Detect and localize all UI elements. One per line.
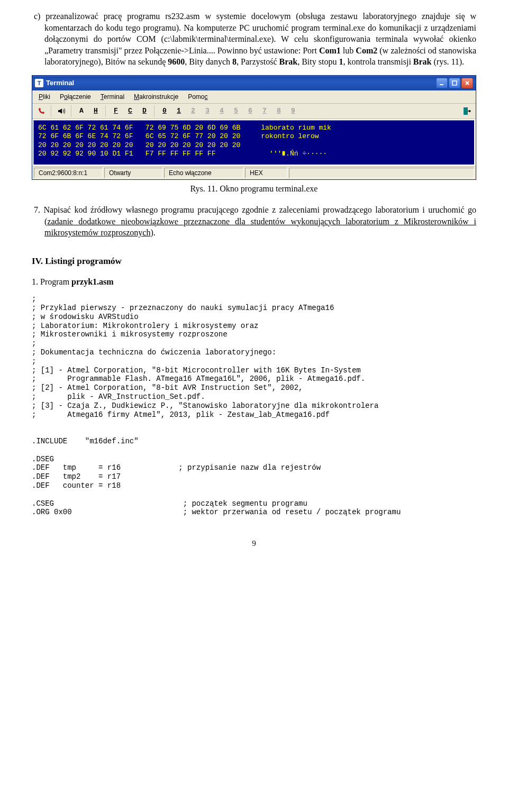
para-c-8: 8 <box>232 57 237 66</box>
para-c-mid3: , Bity danych <box>185 57 232 66</box>
toolbar-separator <box>105 105 106 117</box>
terminal-window: T Terminal Pliki Połączenie Terminal Mak… <box>32 75 476 180</box>
para-c-mid4: , Parzystość <box>237 57 279 66</box>
close-button[interactable] <box>461 78 473 88</box>
para-c-end: (rys. 11). <box>432 57 465 66</box>
status-empty <box>289 168 474 178</box>
program-1-name: przyk1.asm <box>71 277 114 286</box>
para-c-9600: 9600 <box>168 57 185 66</box>
page-number: 9 <box>32 538 476 549</box>
window-buttons <box>436 78 473 88</box>
toolbar-separator <box>51 105 52 117</box>
tool-9[interactable]: 9 <box>286 105 300 117</box>
list-marker-c: c) <box>34 12 40 21</box>
tool-h[interactable]: H <box>89 105 103 117</box>
svg-rect-0 <box>440 84 443 85</box>
para-c-mid6: , kontrola transmisji <box>343 57 413 66</box>
menu-terminal[interactable]: Terminal <box>96 92 129 102</box>
tool-5[interactable]: 5 <box>229 105 243 117</box>
toolbar-separator <box>154 105 155 117</box>
para-c-brak2: Brak <box>413 57 432 66</box>
tool-a[interactable]: A <box>75 105 88 117</box>
statusbar: Com2:9600:8:n:1 Otwarty Echo włączone HE… <box>32 166 476 179</box>
terminal-output[interactable]: 6C 61 62 6F 72 61 74 6F 72 69 75 6D 20 6… <box>33 120 475 165</box>
menu-pliki[interactable]: Pliki <box>34 92 55 102</box>
para-c-com1: Com1 <box>319 46 341 55</box>
para-c-com2: Com2 <box>356 46 377 55</box>
tool-6[interactable]: 6 <box>243 105 257 117</box>
menu-polaczenie[interactable]: Połączenie <box>56 92 95 102</box>
status-echo: Echo włączone <box>164 168 243 178</box>
code-listing: ; ; Przyklad pierwszy - przeznaczony do … <box>32 295 476 517</box>
figure-caption: Rys. 11. Okno programu terminal.exe <box>32 183 476 195</box>
para-c-mid1: lub <box>341 46 356 55</box>
program-1-label: 1. Program przyk1.asm <box>32 276 476 288</box>
status-mode: HEX <box>245 168 287 178</box>
tool-d[interactable]: D <box>138 105 151 117</box>
toolbar-separator <box>71 105 72 117</box>
paragraph-c: c) przeanalizować pracę programu rs232.a… <box>32 11 476 68</box>
para-c-mid5: , Bity stopu <box>297 57 339 66</box>
tool-c[interactable]: C <box>123 105 137 117</box>
exit-icon[interactable] <box>460 105 474 117</box>
para7-text-b: ). <box>150 228 155 237</box>
terminal-app-icon: T <box>35 79 43 87</box>
tool-1[interactable]: 1 <box>172 105 186 117</box>
maximize-button[interactable] <box>449 78 460 88</box>
status-state: Otwarty <box>104 168 162 178</box>
svg-rect-1 <box>452 81 457 85</box>
tool-f[interactable]: F <box>109 105 123 117</box>
toolbar: A H F C D 0 1 2 3 4 5 6 7 8 9 <box>32 104 476 119</box>
phone-icon[interactable] <box>34 105 48 117</box>
menu-makroinstrukcje[interactable]: Makroinstrukcje <box>130 92 183 102</box>
menu-pomoc[interactable]: Pomoc <box>184 92 212 102</box>
menubar: Pliki Połączenie Terminal Makroinstrukcj… <box>32 90 476 104</box>
para-c-brak1: Brak <box>279 57 297 66</box>
minimize-button[interactable] <box>436 78 448 88</box>
paragraph-7: 7. Napisać kod źródłowy własnego program… <box>32 204 476 239</box>
section-heading-4: IV. Listingi programów <box>32 256 476 268</box>
speaker-icon[interactable] <box>55 105 68 117</box>
titlebar: T Terminal <box>32 76 476 90</box>
tool-3[interactable]: 3 <box>201 105 214 117</box>
list-marker-7: 7. <box>34 205 40 214</box>
tool-4[interactable]: 4 <box>215 105 229 117</box>
tool-7[interactable]: 7 <box>258 105 271 117</box>
tool-2[interactable]: 2 <box>186 105 200 117</box>
window-title: Terminal <box>46 78 436 88</box>
tool-8[interactable]: 8 <box>272 105 286 117</box>
para7-underline: zadanie dodatkowe nieobowiązkowe przezna… <box>44 217 476 238</box>
program-1-prefix: 1. Program <box>32 277 71 286</box>
status-port: Com2:9600:8:n:1 <box>34 168 103 178</box>
tool-0[interactable]: 0 <box>158 105 171 117</box>
svg-rect-4 <box>464 107 468 115</box>
